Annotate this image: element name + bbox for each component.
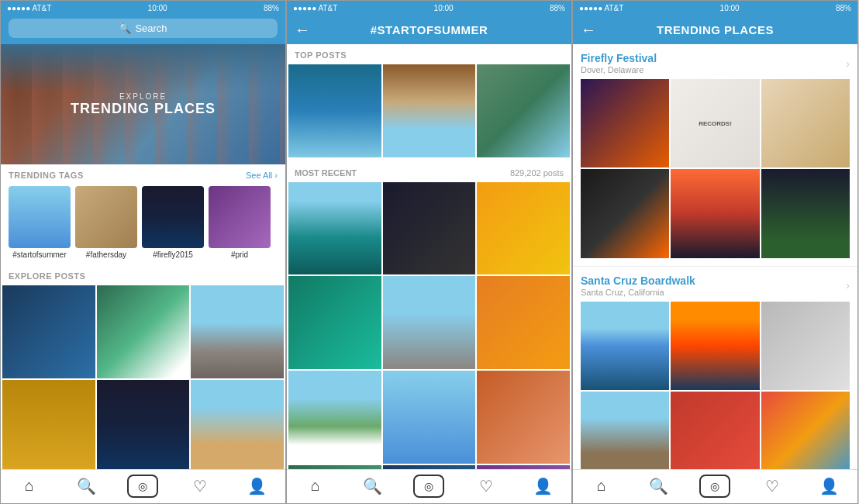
hashtag-header: ← #STARTOFSUMMER <box>287 15 571 44</box>
nav-home-2[interactable]: ⌂ <box>300 475 331 498</box>
list-item[interactable] <box>761 169 850 257</box>
nav-home-1[interactable]: ⌂ <box>14 475 45 498</box>
time-1: 10:00 <box>148 4 167 12</box>
hashtag-title: #STARTOFSUMMER <box>371 23 488 36</box>
trending-places-header: ← TRENDING PLACES <box>573 15 857 44</box>
status-bar-1: ●●●●● AT&T 10:00 88% <box>1 1 285 15</box>
nav-camera-2[interactable]: ◎ <box>413 475 444 498</box>
list-item[interactable] <box>581 392 669 469</box>
list-item[interactable] <box>97 285 190 378</box>
tag-item-firefly2015[interactable]: #firefly2015 <box>142 186 204 259</box>
list-item[interactable] <box>761 302 850 390</box>
list-item[interactable] <box>383 182 476 275</box>
nav-heart-2[interactable]: ♡ <box>471 475 502 498</box>
place-location-firefly: Dover, Delaware <box>581 65 657 74</box>
list-item[interactable] <box>2 285 95 378</box>
list-item[interactable] <box>383 64 476 157</box>
phone-2: ●●●●● AT&T 10:00 88% ← #STARTOFSUMMER TO… <box>286 0 572 504</box>
back-button-2[interactable]: ← <box>295 21 311 39</box>
place-name-santacruz: Santa Cruz Boardwalk <box>581 274 695 287</box>
hero-bg: EXPLORE TRENDING PLACES <box>1 44 285 164</box>
top-posts-label: TOP POSTS <box>287 44 571 63</box>
nav-profile-2[interactable]: 👤 <box>527 475 558 498</box>
nav-profile-3[interactable]: 👤 <box>813 475 844 498</box>
carrier-3: ●●●●● AT&T <box>579 4 623 12</box>
list-item[interactable] <box>671 169 759 257</box>
back-button-3[interactable]: ← <box>581 21 597 39</box>
place-grid-santacruz <box>581 302 850 469</box>
list-item[interactable] <box>288 182 381 275</box>
place-item-firefly[interactable]: Firefly Festival Dover, Delaware › RECOR… <box>573 44 857 267</box>
phone2-content: TOP POSTS MOST RECENT 829,202 posts <box>287 44 571 469</box>
chevron-right-firefly: › <box>846 57 850 70</box>
phone-1: ●●●●● AT&T 10:00 88% 🔍 Search EXPLORE TR… <box>0 0 286 504</box>
search-placeholder: Search <box>135 22 167 34</box>
trending-places-title: TRENDING PLACES <box>657 23 774 36</box>
list-item[interactable] <box>288 276 381 369</box>
list-item[interactable] <box>2 380 95 469</box>
tag-item-prid[interactable]: #prid <box>209 186 271 259</box>
time-3: 10:00 <box>720 4 740 12</box>
tags-row: #startofsummer #fathersday #firefly2015 … <box>1 183 285 265</box>
hero-explore-label: EXPLORE <box>119 92 167 101</box>
explore-posts-label: EXPLORE POSTS <box>1 265 285 284</box>
list-item[interactable] <box>761 79 850 167</box>
hero-title: TRENDING PLACES <box>71 101 216 117</box>
trending-tags-label: TRENDING TAGS <box>9 171 84 180</box>
explore-posts-grid <box>1 284 285 469</box>
phone1-content: EXPLORE TRENDING PLACES TRENDING TAGS Se… <box>1 44 285 469</box>
list-item[interactable] <box>288 371 381 464</box>
battery-2: 88% <box>550 4 565 12</box>
nav-heart-3[interactable]: ♡ <box>757 475 788 498</box>
list-item[interactable] <box>288 64 381 157</box>
list-item[interactable] <box>191 285 284 378</box>
carrier-1: ●●●●● AT&T <box>7 4 51 12</box>
nav-camera-1[interactable]: ◎ <box>127 475 158 498</box>
list-item[interactable] <box>383 371 476 464</box>
tag-item-startofsummer[interactable]: #startofsummer <box>9 186 71 259</box>
list-item[interactable] <box>97 380 190 469</box>
nav-camera-3[interactable]: ◎ <box>699 475 730 498</box>
list-item[interactable] <box>477 64 570 157</box>
list-item[interactable] <box>477 182 570 275</box>
nav-home-3[interactable]: ⌂ <box>586 475 617 498</box>
list-item[interactable] <box>581 302 669 390</box>
chevron-right-santacruz: › <box>846 279 850 292</box>
place-item-santacruz[interactable]: Santa Cruz Boardwalk Santa Cruz, Califor… <box>573 267 857 469</box>
time-2: 10:00 <box>434 4 454 12</box>
list-item[interactable] <box>761 392 850 469</box>
list-item[interactable] <box>191 380 284 469</box>
carrier-2: ●●●●● AT&T <box>293 4 337 12</box>
battery-3: 88% <box>836 4 851 12</box>
list-item[interactable] <box>581 79 669 167</box>
nav-search-3[interactable]: 🔍 <box>643 475 674 498</box>
tag-label-prid: #prid <box>231 250 248 259</box>
tag-label-fathersday: #fathersday <box>86 250 126 259</box>
status-bar-3: ●●●●● AT&T 10:00 88% <box>573 1 857 15</box>
bottom-nav-3: ⌂ 🔍 ◎ ♡ 👤 <box>573 469 857 503</box>
post-count: 829,202 posts <box>510 168 564 178</box>
tag-item-fathersday[interactable]: #fathersday <box>75 186 137 259</box>
most-recent-grid <box>287 181 571 469</box>
list-item[interactable] <box>477 276 570 369</box>
top-posts-grid <box>287 63 571 159</box>
bottom-nav-1: ⌂ 🔍 ◎ ♡ 👤 <box>1 469 285 503</box>
battery-1: 88% <box>264 4 279 12</box>
list-item[interactable]: RECORDS! <box>671 79 759 167</box>
list-item[interactable] <box>383 276 476 369</box>
list-item[interactable] <box>671 392 759 469</box>
search-input[interactable]: 🔍 Search <box>9 19 278 38</box>
list-item[interactable] <box>581 169 669 257</box>
see-all-button[interactable]: See All › <box>246 171 278 180</box>
list-item[interactable] <box>671 302 759 390</box>
nav-search-2[interactable]: 🔍 <box>357 475 388 498</box>
nav-profile-1[interactable]: 👤 <box>241 475 272 498</box>
place-location-santacruz: Santa Cruz, California <box>581 288 695 297</box>
search-header: 🔍 Search <box>1 15 285 44</box>
nav-search-1[interactable]: 🔍 <box>71 475 102 498</box>
bottom-nav-2: ⌂ 🔍 ◎ ♡ 👤 <box>287 469 571 503</box>
list-item[interactable] <box>477 371 570 464</box>
nav-heart-1[interactable]: ♡ <box>185 475 216 498</box>
search-icon: 🔍 <box>119 22 131 34</box>
phone-3: ●●●●● AT&T 10:00 88% ← TRENDING PLACES F… <box>572 0 858 504</box>
